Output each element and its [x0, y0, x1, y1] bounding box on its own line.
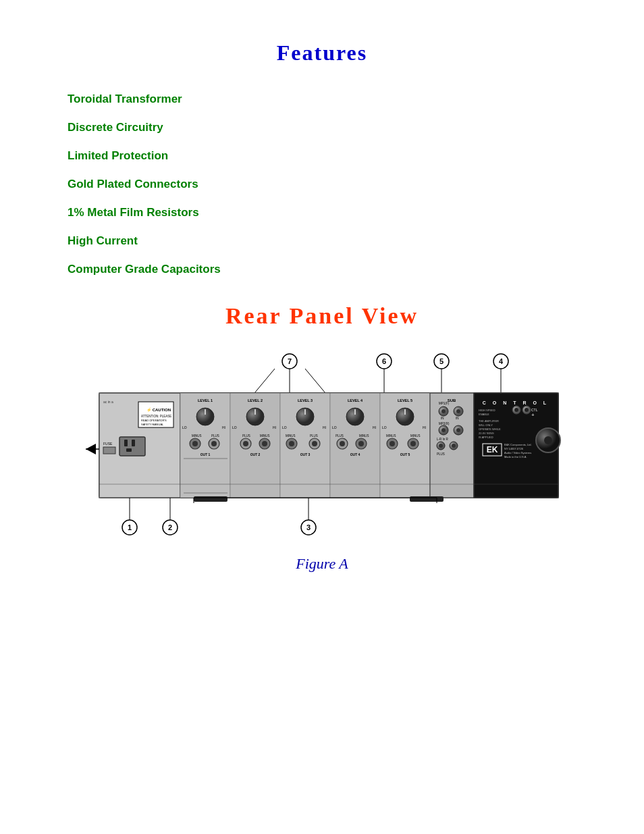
svg-text:⚡ CAUTION: ⚡ CAUTION: [146, 407, 171, 413]
svg-rect-26: [124, 440, 128, 446]
svg-text:HI: HI: [373, 425, 376, 429]
svg-text:THE AMPLIFIER: THE AMPLIFIER: [479, 419, 499, 423]
svg-text:EK: EK: [487, 445, 498, 454]
svg-text:2: 2: [168, 523, 172, 531]
svg-text:C O N T R O L: C O N T R O L: [483, 400, 549, 405]
svg-text:OUT 2: OUT 2: [250, 452, 261, 457]
feature-item-toroidal: Toroidal Transformer: [68, 93, 590, 106]
svg-point-81: [340, 441, 345, 446]
svg-text:LO: LO: [382, 425, 387, 429]
svg-text:ENABLE: ENABLE: [479, 413, 489, 416]
svg-text:SAFETY MANUAL: SAFETY MANUAL: [141, 423, 164, 426]
svg-point-55: [243, 441, 248, 446]
svg-point-134: [544, 436, 552, 444]
svg-text:MINUS: MINUS: [192, 434, 202, 438]
svg-text:LO: LO: [282, 425, 287, 429]
svg-text:LEVEL 4: LEVEL 4: [348, 398, 363, 402]
svg-text:3: 3: [306, 523, 311, 531]
svg-text:4: 4: [499, 357, 504, 365]
svg-text:MINUS: MINUS: [286, 434, 296, 438]
svg-point-83: [358, 441, 364, 446]
svg-line-8: [254, 369, 275, 393]
svg-text:1: 1: [128, 523, 132, 531]
svg-text:MINUS: MINUS: [359, 434, 369, 438]
feature-item-high-current: High Current: [68, 234, 590, 248]
svg-point-68: [289, 441, 294, 446]
svg-text:7: 7: [288, 357, 292, 365]
svg-point-114: [439, 444, 443, 448]
svg-text:LO: LO: [332, 425, 337, 429]
svg-text:MINUS: MINUS: [386, 434, 396, 438]
svg-text:PLUS: PLUS: [336, 434, 344, 438]
svg-point-70: [312, 441, 317, 446]
figure-label: Figure A: [79, 555, 565, 573]
svg-point-130: [525, 408, 529, 412]
svg-point-94: [390, 441, 395, 446]
svg-text:OUT 1: OUT 1: [200, 452, 211, 457]
svg-text:B&K Components, Ltd.: B&K Components, Ltd.: [504, 443, 532, 446]
svg-text:LEVEL 1: LEVEL 1: [198, 398, 213, 402]
svg-text:PLUS: PLUS: [437, 452, 445, 456]
svg-point-109: [441, 428, 446, 432]
svg-text:IN: IN: [456, 417, 459, 420]
feature-item-limited: Limited Protection: [68, 149, 590, 163]
svg-text:6: 6: [382, 357, 386, 365]
svg-text:+: +: [531, 412, 535, 418]
rear-panel-title: Rear Panel View: [54, 303, 590, 329]
svg-point-128: [514, 408, 518, 412]
svg-point-96: [410, 441, 416, 446]
svg-text:5: 5: [439, 357, 444, 365]
svg-text:LEVEL 2: LEVEL 2: [248, 398, 263, 402]
svg-text:READ OPERATOR'S: READ OPERATOR'S: [141, 419, 167, 422]
svg-text:LO: LO: [182, 425, 187, 429]
svg-text:ATTENTION: PLEASE: ATTENTION: PLEASE: [141, 415, 171, 418]
svg-point-111: [456, 428, 460, 432]
svg-text:Audio / Video Systems: Audio / Video Systems: [504, 451, 531, 454]
svg-text:HI: HI: [323, 425, 326, 429]
svg-point-40: [192, 441, 198, 446]
svg-text:IS APPLIED: IS APPLIED: [479, 436, 493, 439]
feature-item-capacitors: Computer Grade Capacitors: [68, 263, 590, 276]
svg-text:MINUS: MINUS: [260, 434, 270, 438]
features-list: Toroidal Transformer Discrete Circuitry …: [68, 93, 590, 276]
svg-text:MINUS: MINUS: [410, 434, 421, 438]
svg-line-10: [305, 369, 325, 393]
feature-item-gold: Gold Plated Connectors: [68, 178, 590, 191]
svg-text:OUT 4: OUT 4: [350, 452, 360, 457]
svg-text:MP1(F): MP1(F): [439, 402, 450, 405]
svg-point-57: [262, 441, 267, 446]
svg-point-116: [452, 444, 456, 448]
diagram-svg: 7 6 5 4: [79, 349, 565, 552]
svg-text:FUSE: FUSE: [103, 442, 113, 446]
svg-point-103: [456, 409, 460, 413]
svg-rect-143: [410, 496, 444, 502]
svg-text:OPERATE WHILE: OPERATE WHILE: [479, 427, 501, 431]
features-title: Features: [54, 41, 590, 66]
svg-text:L-R In  R: L-R In R: [437, 438, 449, 441]
svg-text:Made in the U.S.A.: Made in the U.S.A.: [504, 455, 527, 459]
svg-text:PLUS: PLUS: [211, 434, 219, 438]
svg-text:NY 14007-0726: NY 14007-0726: [504, 447, 524, 450]
svg-text:HIGH SPEED: HIGH SPEED: [479, 409, 495, 412]
svg-text:22-6V SENS: 22-6V SENS: [479, 432, 494, 435]
svg-point-101: [441, 409, 446, 413]
svg-rect-142: [194, 496, 227, 502]
svg-rect-27: [132, 440, 135, 446]
svg-text:HI: HI: [423, 425, 426, 429]
svg-text:PLUS: PLUS: [242, 434, 250, 438]
svg-text:PLUS: PLUS: [310, 434, 318, 438]
feature-item-resistors: 1% Metal Film Resistors: [68, 206, 590, 219]
svg-text:HI: HI: [222, 425, 225, 429]
svg-text:LEVEL 3: LEVEL 3: [298, 398, 313, 402]
feature-item-discrete: Discrete Circuitry: [68, 121, 590, 134]
svg-text:IN: IN: [441, 417, 444, 420]
svg-rect-30: [103, 447, 115, 454]
svg-rect-28: [126, 448, 132, 452]
svg-text:ac in a: ac in a: [103, 400, 113, 404]
svg-text:MP2(R): MP2(R): [439, 422, 450, 425]
svg-text:LEVEL 5: LEVEL 5: [398, 398, 412, 402]
panel-diagram: 7 6 5 4: [79, 349, 565, 573]
svg-text:HI: HI: [273, 425, 276, 429]
svg-text:WILL ONLY: WILL ONLY: [479, 423, 493, 427]
svg-point-42: [211, 441, 217, 446]
